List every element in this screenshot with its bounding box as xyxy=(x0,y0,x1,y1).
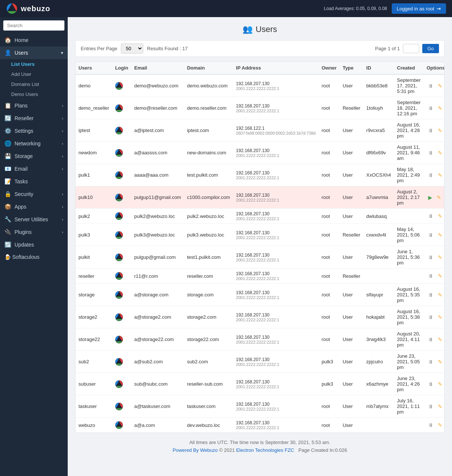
cell-created xyxy=(394,209,424,224)
table-row: reseller r11@r.com reseller.com 192.168.… xyxy=(76,268,445,284)
sidebar-subitem-add-user[interactable]: Add User xyxy=(0,69,68,79)
sidebar-item-tasks[interactable]: 📝 Tasks xyxy=(0,175,68,188)
svg-point-35 xyxy=(118,424,121,427)
users-table-wrapper: Users Login Email Domain IP Address Owne… xyxy=(75,61,445,433)
sidebar-item-networking[interactable]: 🌐 Networking › xyxy=(0,137,68,150)
sidebar-subitem-list-users[interactable]: List Users xyxy=(0,59,68,69)
cell-options: ⏸✎🗑 xyxy=(424,306,445,328)
cell-email: demo@webuzo.com xyxy=(131,74,184,97)
edit-icon[interactable]: ✎ xyxy=(436,231,444,239)
cell-email: a@storage.com xyxy=(131,284,184,306)
sidebar-subitem-demo-users[interactable]: Demo Users xyxy=(0,89,68,99)
sidebar-subitem-domains-list[interactable]: Domains List xyxy=(0,79,68,89)
pause-icon[interactable]: ⏸ xyxy=(427,82,435,90)
sidebar-item-server-utilities[interactable]: 🔧 Server Utilities › xyxy=(0,213,68,226)
cell-domain: test.pulkit.com xyxy=(184,164,233,186)
edit-icon[interactable]: ✎ xyxy=(436,212,444,220)
edit-icon[interactable]: ✎ xyxy=(436,272,444,280)
edit-icon[interactable]: ✎ xyxy=(436,149,444,157)
edit-icon[interactable]: ✎ xyxy=(436,291,444,299)
pause-icon[interactable]: ⏸ xyxy=(427,291,435,299)
edit-icon[interactable]: ✎ xyxy=(436,127,444,134)
pause-icon[interactable]: ⏸ xyxy=(427,358,435,366)
pause-icon[interactable]: ⏸ xyxy=(427,403,435,410)
cell-created: August 20, 2021, 4:11 pm xyxy=(394,328,424,351)
sidebar-item-softaculous[interactable]: 🍺 Softaculous xyxy=(0,251,68,263)
main-layout: 🏠 Home 👤 Users ▾ List Users Add User Dom… xyxy=(0,17,452,476)
sidebar-item-reseller[interactable]: 🔄 Reseller › xyxy=(0,112,68,125)
edit-icon[interactable]: ✎ xyxy=(435,194,443,201)
topbar: webuzo Load Averages: 0.05, 0.09, 0.08 L… xyxy=(0,0,452,17)
edit-icon[interactable]: ✎ xyxy=(436,254,444,261)
edit-icon[interactable]: ✎ xyxy=(436,313,444,321)
cell-login xyxy=(112,119,131,142)
cell-domain: pulk2.webuzo.loc xyxy=(184,209,233,224)
edit-icon[interactable]: ✎ xyxy=(436,380,444,388)
search-container xyxy=(0,17,68,34)
edit-icon[interactable]: ✎ xyxy=(436,403,444,410)
entries-per-page-select[interactable]: 10 25 50 100 xyxy=(121,44,143,54)
cell-type: User xyxy=(340,373,363,395)
search-input[interactable] xyxy=(3,20,65,31)
sidebar-item-home[interactable]: 🏠 Home xyxy=(0,34,68,46)
table-row: pulk10 pulgup11@gmail.com c1000.compilor… xyxy=(76,186,445,209)
cell-type: User xyxy=(340,74,363,97)
cell-login xyxy=(112,164,131,186)
pause-icon[interactable]: ⏸ xyxy=(427,231,435,239)
sidebar-item-updates[interactable]: 🔃 Updates xyxy=(0,238,68,251)
cell-type: User xyxy=(340,351,363,373)
sidebar-item-security[interactable]: 🔒 Security › xyxy=(0,188,68,200)
col-header-id: ID xyxy=(363,62,394,74)
pause-icon[interactable]: ⏸ xyxy=(427,104,435,112)
edit-icon[interactable]: ✎ xyxy=(436,171,444,179)
cell-ip: 192.168.122.1 2607:fa98:0002:0000:0002:2… xyxy=(233,119,318,142)
cell-user: pulk2 xyxy=(76,209,112,224)
pause-icon[interactable]: ⏸ xyxy=(427,254,435,261)
edit-icon[interactable]: ✎ xyxy=(436,358,444,366)
company-link[interactable]: Electron Technologies FZC xyxy=(236,447,294,453)
cell-domain: sub2.com xyxy=(184,351,233,373)
cell-created: August 11, 2021, 9:46 am xyxy=(394,142,424,164)
pause-icon[interactable]: ⏸ xyxy=(427,313,435,321)
edit-icon[interactable]: ✎ xyxy=(436,421,444,429)
sidebar-item-settings[interactable]: ⚙️ Settings › xyxy=(0,125,68,137)
col-header-options: Options xyxy=(424,62,445,74)
sidebar-item-plugins[interactable]: 🔌 Plugins › xyxy=(0,226,68,238)
sidebar-item-label: Plans xyxy=(15,103,28,109)
page-number-input[interactable] xyxy=(403,44,419,53)
edit-icon[interactable]: ✎ xyxy=(436,336,444,343)
cell-created: May 14, 2021, 5:06 pm xyxy=(394,224,424,246)
edit-icon[interactable]: ✎ xyxy=(436,82,444,90)
cell-id: 79g8ew9e xyxy=(363,246,394,268)
cell-created: August 16, 2021, 5:38 pm xyxy=(394,306,424,328)
pause-icon[interactable]: ⏸ xyxy=(427,212,435,220)
toolbar-right: Page 1 of 1 Go xyxy=(375,44,439,53)
sidebar-item-users[interactable]: 👤 Users ▾ xyxy=(0,46,68,59)
svg-point-27 xyxy=(118,338,121,341)
pause-icon[interactable]: ⏸ xyxy=(427,336,435,343)
go-button[interactable]: Go xyxy=(422,44,439,53)
pause-icon[interactable]: ⏸ xyxy=(427,421,435,429)
edit-icon[interactable]: ✎ xyxy=(436,104,444,112)
play-icon[interactable]: ▶ xyxy=(427,194,434,201)
cell-id: 1toliuyh xyxy=(363,97,394,119)
sidebar-item-storage[interactable]: 💾 Storage › xyxy=(0,150,68,163)
cell-ip: 192.168.207.130 2001:2222:2222:2222:1 xyxy=(233,328,318,351)
delete-icon[interactable]: 🗑 xyxy=(444,194,445,201)
results-found: Results Found : 17 xyxy=(147,46,187,51)
sidebar-item-plans[interactable]: 📋 Plans › xyxy=(0,99,68,112)
pause-icon[interactable]: ⏸ xyxy=(427,171,435,179)
cell-id: slfayupr xyxy=(363,284,394,306)
table-row: storage22 a@storage22.com storage22.com … xyxy=(76,328,445,351)
cell-email: demo@reseller.com xyxy=(131,97,184,119)
pause-icon[interactable]: ⏸ xyxy=(427,149,435,157)
sidebar-item-apps[interactable]: 📦 Apps › xyxy=(0,200,68,213)
pause-icon[interactable]: ⏸ xyxy=(427,380,435,388)
sidebar-item-email[interactable]: 📧 Email › xyxy=(0,163,68,175)
cell-id: 3rwg4lk3 xyxy=(363,328,394,351)
pause-icon[interactable]: ⏸ xyxy=(427,272,435,280)
powered-by-link[interactable]: Powered By Webuzo xyxy=(173,447,218,453)
pause-icon[interactable]: ⏸ xyxy=(427,127,435,134)
cell-email: r11@r.com xyxy=(131,268,184,284)
logged-in-button[interactable]: Logged in as root ⇥ xyxy=(392,3,446,14)
